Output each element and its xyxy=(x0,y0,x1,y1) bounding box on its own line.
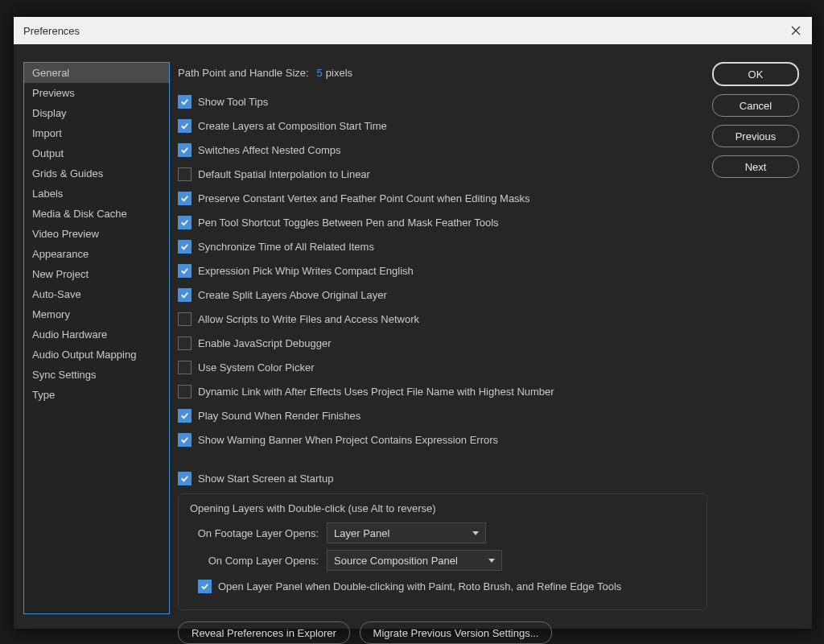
sidebar-item-type[interactable]: Type xyxy=(24,385,169,405)
checkbox-icon xyxy=(178,143,192,157)
sidebar-item-sync-settings[interactable]: Sync Settings xyxy=(24,365,169,385)
chk-label: Create Split Layers Above Original Layer xyxy=(198,289,387,301)
chk-option-2[interactable]: Switches Affect Nested Comps xyxy=(178,139,341,160)
path-point-value[interactable]: 5 xyxy=(317,67,323,79)
previous-button[interactable]: Previous xyxy=(712,125,799,147)
footage-row: On Footage Layer Opens: Layer Panel xyxy=(190,521,695,545)
sidebar-item-video-preview[interactable]: Video Preview xyxy=(24,224,169,244)
option-row: Play Sound When Render Finishes xyxy=(178,405,707,426)
sidebar-item-new-project[interactable]: New Project xyxy=(24,264,169,284)
chk-label: Pen Tool Shortcut Toggles Between Pen an… xyxy=(198,217,499,229)
reveal-preferences-button[interactable]: Reveal Preferences in Explorer xyxy=(178,621,350,644)
sidebar-item-audio-hardware[interactable]: Audio Hardware xyxy=(24,324,169,345)
option-row: Allow Scripts to Write Files and Access … xyxy=(178,308,707,329)
option-row: Create Split Layers Above Original Layer xyxy=(178,284,707,305)
chk-label: Default Spatial Interpolation to Linear xyxy=(198,168,370,180)
comp-value: Source Composition Panel xyxy=(334,555,458,567)
next-button[interactable]: Next xyxy=(712,155,799,178)
chk-option-10[interactable]: Enable JavaScript Debugger xyxy=(178,332,332,353)
checkbox-icon xyxy=(198,580,212,593)
chk-option-14[interactable]: Show Warning Banner When Project Contain… xyxy=(178,429,498,450)
category-sidebar: GeneralPreviewsDisplayImportOutputGrids … xyxy=(23,62,170,614)
checkbox-icon xyxy=(178,167,192,181)
chk-open-layer-panel[interactable]: Open Layer Panel when Double-clicking wi… xyxy=(198,576,621,597)
sidebar-item-auto-save[interactable]: Auto-Save xyxy=(24,284,169,304)
chk-option-4[interactable]: Preserve Constant Vertex and Feather Poi… xyxy=(178,188,530,208)
chk-option-9[interactable]: Allow Scripts to Write Files and Access … xyxy=(178,308,419,329)
chk-label: Create Layers at Composition Start Time xyxy=(198,120,387,132)
chk-label: Dynamic Link with After Effects Uses Pro… xyxy=(198,386,554,398)
chk-label: Switches Affect Nested Comps xyxy=(198,144,341,156)
footage-label: On Footage Layer Opens: xyxy=(190,527,319,539)
sidebar-item-media-disk-cache[interactable]: Media & Disk Cache xyxy=(24,204,169,224)
chk-label: Play Sound When Render Finishes xyxy=(198,410,360,422)
chk-label: Open Layer Panel when Double-clicking wi… xyxy=(218,580,621,592)
checkbox-icon xyxy=(178,216,192,229)
sidebar-item-display[interactable]: Display xyxy=(24,103,169,123)
checkbox-icon xyxy=(178,472,192,485)
checkbox-icon xyxy=(178,433,192,447)
migrate-settings-button[interactable]: Migrate Previous Version Settings... xyxy=(360,621,553,644)
checkbox-icon xyxy=(178,336,192,350)
path-point-label: Path Point and Handle Size: xyxy=(178,67,309,79)
chevron-down-icon xyxy=(488,559,495,563)
option-row: Switches Affect Nested Comps xyxy=(178,139,707,160)
checkbox-icon xyxy=(178,95,192,109)
chk-option-11[interactable]: Use System Color Picker xyxy=(178,357,314,378)
double-click-group: Opening Layers with Double-click (use Al… xyxy=(178,493,707,610)
window-title: Preferences xyxy=(23,25,80,37)
close-icon[interactable] xyxy=(788,23,804,39)
sidebar-item-grids-guides[interactable]: Grids & Guides xyxy=(24,163,169,184)
cancel-button[interactable]: Cancel xyxy=(712,94,799,117)
sidebar-item-labels[interactable]: Labels xyxy=(24,184,169,204)
footage-value: Layer Panel xyxy=(334,527,389,539)
chk-option-7[interactable]: Expression Pick Whip Writes Compact Engl… xyxy=(178,260,414,281)
comp-dropdown[interactable]: Source Composition Panel xyxy=(327,550,502,571)
ok-button[interactable]: OK xyxy=(712,62,799,86)
sidebar-item-audio-output-mapping[interactable]: Audio Output Mapping xyxy=(24,345,169,365)
startup-row: Show Start Screen at Startup xyxy=(178,468,707,489)
open-layer-panel-row: Open Layer Panel when Double-clicking wi… xyxy=(190,576,695,597)
option-row: Show Warning Banner When Project Contain… xyxy=(178,429,707,450)
sidebar-item-output[interactable]: Output xyxy=(24,143,169,163)
checkbox-icon xyxy=(178,361,192,374)
chk-label: Use System Color Picker xyxy=(198,361,314,374)
titlebar: Preferences xyxy=(14,17,812,44)
chk-option-8[interactable]: Create Split Layers Above Original Layer xyxy=(178,284,387,305)
option-row: Show Tool Tips xyxy=(178,91,707,112)
checkbox-icon xyxy=(178,264,192,278)
chk-show-start-screen[interactable]: Show Start Screen at Startup xyxy=(178,468,333,489)
bottom-buttons: Reveal Preferences in Explorer Migrate P… xyxy=(178,621,707,644)
chk-option-0[interactable]: Show Tool Tips xyxy=(178,91,268,112)
option-row: Enable JavaScript Debugger xyxy=(178,332,707,353)
checkbox-icon xyxy=(178,385,192,398)
sidebar-item-import[interactable]: Import xyxy=(24,123,169,143)
path-point-row: Path Point and Handle Size: 5 pixels xyxy=(178,62,707,83)
chk-label: Expression Pick Whip Writes Compact Engl… xyxy=(198,265,414,277)
chk-label: Show Warning Banner When Project Contain… xyxy=(198,434,498,446)
chevron-down-icon xyxy=(472,531,479,535)
chk-option-3[interactable]: Default Spatial Interpolation to Linear xyxy=(178,163,370,184)
chk-label: Show Tool Tips xyxy=(198,96,268,108)
checkbox-icon xyxy=(178,119,192,133)
chk-option-5[interactable]: Pen Tool Shortcut Toggles Between Pen an… xyxy=(178,212,499,233)
chk-option-6[interactable]: Synchronize Time of All Related Items xyxy=(178,236,374,257)
chk-option-1[interactable]: Create Layers at Composition Start Time xyxy=(178,115,387,136)
option-row: Preserve Constant Vertex and Feather Poi… xyxy=(178,188,707,208)
checkbox-icon xyxy=(178,240,192,254)
checkbox-icon xyxy=(178,288,192,302)
option-row: Expression Pick Whip Writes Compact Engl… xyxy=(178,260,707,281)
option-row: Create Layers at Composition Start Time xyxy=(178,115,707,136)
checkbox-icon xyxy=(178,192,192,205)
footage-dropdown[interactable]: Layer Panel xyxy=(327,522,486,543)
sidebar-item-appearance[interactable]: Appearance xyxy=(24,244,169,264)
sidebar-item-general[interactable]: General xyxy=(24,63,169,83)
chk-option-13[interactable]: Play Sound When Render Finishes xyxy=(178,405,360,426)
chk-label: Synchronize Time of All Related Items xyxy=(198,241,374,253)
chk-label: Enable JavaScript Debugger xyxy=(198,337,332,349)
sidebar-item-previews[interactable]: Previews xyxy=(24,83,169,103)
option-row: Default Spatial Interpolation to Linear xyxy=(178,163,707,184)
sidebar-item-memory[interactable]: Memory xyxy=(24,304,169,324)
options-checklist: Show Tool TipsCreate Layers at Compositi… xyxy=(178,91,707,450)
chk-option-12[interactable]: Dynamic Link with After Effects Uses Pro… xyxy=(178,381,554,402)
